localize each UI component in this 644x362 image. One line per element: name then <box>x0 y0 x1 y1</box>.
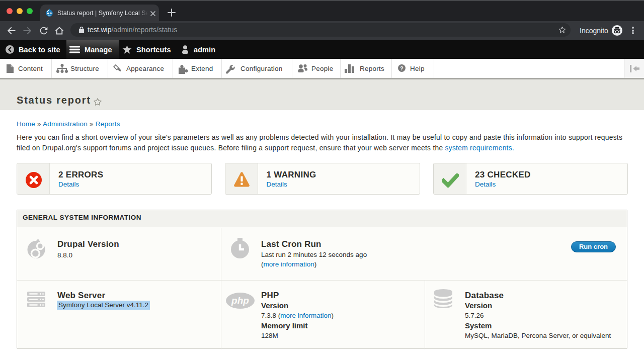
svg-text:php: php <box>231 295 249 306</box>
svg-text:?: ? <box>400 65 404 71</box>
